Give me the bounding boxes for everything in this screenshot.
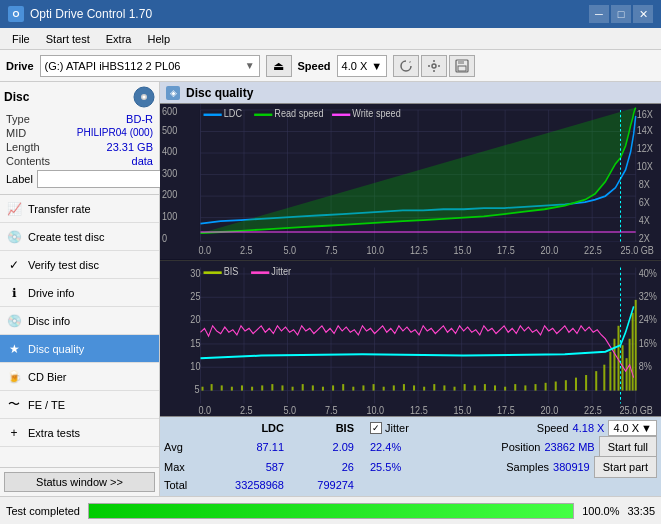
position-value: 23862 MB (544, 441, 594, 453)
nav-fe-te[interactable]: 〜 FE / TE (0, 391, 159, 419)
charts-area: 0 100 200 300 400 500 600 2X 4X 6X 8X 10… (160, 104, 661, 416)
nav-disc-quality[interactable]: ★ Disc quality (0, 335, 159, 363)
max-bis: 26 (284, 461, 354, 473)
menu-file[interactable]: File (4, 31, 38, 47)
refresh-button[interactable] (393, 55, 419, 77)
svg-rect-78 (201, 386, 203, 390)
menu-help[interactable]: Help (139, 31, 178, 47)
svg-text:12.5: 12.5 (410, 244, 428, 256)
svg-rect-89 (312, 385, 314, 390)
svg-text:5.0: 5.0 (283, 403, 296, 415)
drive-selector[interactable]: (G:) ATAPI iHBS112 2 PL06 ▼ (40, 55, 260, 77)
speed-selector[interactable]: 4.0 X ▼ (337, 55, 388, 77)
nav-verify-test-disc[interactable]: ✓ Verify test disc (0, 251, 159, 279)
stats-bar: LDC BIS ✓ Jitter Speed 4.18 X 4.0 X ▼ (160, 416, 661, 496)
svg-rect-109 (514, 384, 516, 390)
nav-extra-tests[interactable]: + Extra tests (0, 419, 159, 447)
jitter-checkbox[interactable]: ✓ (370, 422, 382, 434)
max-jitter: 25.5% (370, 461, 460, 473)
svg-rect-149 (204, 271, 222, 274)
chart-header-icon: ◈ (166, 86, 180, 100)
extra-tests-icon: + (6, 425, 22, 441)
svg-text:24%: 24% (639, 313, 657, 325)
total-bis: 799274 (284, 479, 354, 491)
speed-header-value: 4.18 X (573, 422, 605, 434)
svg-rect-113 (555, 381, 557, 390)
disc-title: Disc (4, 90, 29, 104)
nav-transfer-rate[interactable]: 📈 Transfer rate (0, 195, 159, 223)
start-part-button[interactable]: Start part (594, 456, 657, 478)
nav-verify-test-disc-label: Verify test disc (28, 259, 99, 271)
menu-start-test[interactable]: Start test (38, 31, 98, 47)
svg-text:22.5: 22.5 (584, 244, 602, 256)
drive-label: Drive (6, 60, 34, 72)
svg-rect-91 (332, 385, 334, 390)
start-full-button[interactable]: Start full (599, 436, 657, 458)
svg-text:17.5: 17.5 (497, 244, 515, 256)
speed-dropdown[interactable]: 4.0 X ▼ (608, 420, 657, 436)
svg-rect-102 (443, 385, 445, 390)
content-area: ◈ Disc quality (160, 82, 661, 496)
disc-type-label: Type (6, 113, 30, 125)
drive-dropdown-arrow: ▼ (245, 60, 255, 71)
svg-rect-99 (413, 385, 415, 390)
disc-length-label: Length (6, 141, 40, 153)
svg-point-0 (432, 64, 436, 68)
svg-rect-2 (458, 60, 464, 64)
disc-contents-label: Contents (6, 155, 50, 167)
avg-ldc: 87.11 (208, 441, 284, 453)
svg-text:0.0: 0.0 (198, 244, 211, 256)
nav-disc-info[interactable]: 💿 Disc info (0, 307, 159, 335)
svg-rect-110 (524, 385, 526, 390)
disc-type-row: Type BD-R (4, 112, 155, 126)
svg-text:500: 500 (162, 124, 178, 136)
menu-bar: File Start test Extra Help (0, 28, 661, 50)
svg-text:22.5: 22.5 (584, 403, 602, 415)
drive-bar: Drive (G:) ATAPI iHBS112 2 PL06 ▼ ⏏ Spee… (0, 50, 661, 82)
nav-cd-bier[interactable]: 🍺 CD Bier (0, 363, 159, 391)
nav-create-test-disc[interactable]: 💿 Create test disc (0, 223, 159, 251)
nav-fe-te-label: FE / TE (28, 399, 65, 411)
svg-text:25: 25 (190, 289, 200, 301)
svg-rect-81 (231, 386, 233, 390)
minimize-button[interactable]: ─ (589, 5, 609, 23)
disc-label-text: Label (6, 173, 33, 185)
drive-info-icon: ℹ (6, 285, 22, 301)
nav-drive-info[interactable]: ℹ Drive info (0, 279, 159, 307)
svg-text:300: 300 (162, 167, 178, 179)
svg-text:100: 100 (162, 210, 178, 222)
svg-rect-112 (545, 382, 547, 390)
eject-button[interactable]: ⏏ (266, 55, 292, 77)
svg-rect-125 (632, 312, 634, 390)
total-label: Total (164, 479, 208, 491)
window-controls: ─ □ ✕ (589, 5, 653, 23)
svg-text:12.5: 12.5 (410, 403, 428, 415)
maximize-button[interactable]: □ (611, 5, 631, 23)
speed-label: Speed (298, 60, 331, 72)
settings-button[interactable] (421, 55, 447, 77)
svg-text:14X: 14X (637, 124, 654, 136)
svg-text:16%: 16% (639, 336, 657, 348)
svg-rect-87 (292, 386, 294, 390)
svg-text:Read speed: Read speed (274, 107, 323, 119)
close-button[interactable]: ✕ (633, 5, 653, 23)
svg-text:10X: 10X (637, 160, 654, 172)
samples-label: Samples (506, 461, 549, 473)
svg-text:Jitter: Jitter (271, 265, 291, 277)
status-window-button[interactable]: Status window >> (4, 472, 155, 492)
svg-text:5: 5 (194, 383, 199, 395)
create-test-disc-icon: 💿 (6, 229, 22, 245)
svg-text:12X: 12X (637, 142, 654, 154)
save-button[interactable] (449, 55, 475, 77)
svg-text:20.0: 20.0 (541, 403, 559, 415)
disc-section: Disc Type BD-R MID PHILIPR04 (000) Lengt… (0, 82, 159, 195)
transfer-rate-icon: 📈 (6, 201, 22, 217)
svg-text:LDC: LDC (224, 107, 242, 119)
bottom-chart-svg: 30 25 20 15 10 5 40% 32% 24% 16% 8% 0.0 (160, 261, 661, 417)
svg-text:5.0: 5.0 (283, 244, 296, 256)
progress-bar-fill (89, 504, 573, 518)
total-ldc: 33258968 (208, 479, 284, 491)
svg-rect-60 (160, 261, 661, 417)
menu-extra[interactable]: Extra (98, 31, 140, 47)
disc-mid-label: MID (6, 127, 26, 139)
